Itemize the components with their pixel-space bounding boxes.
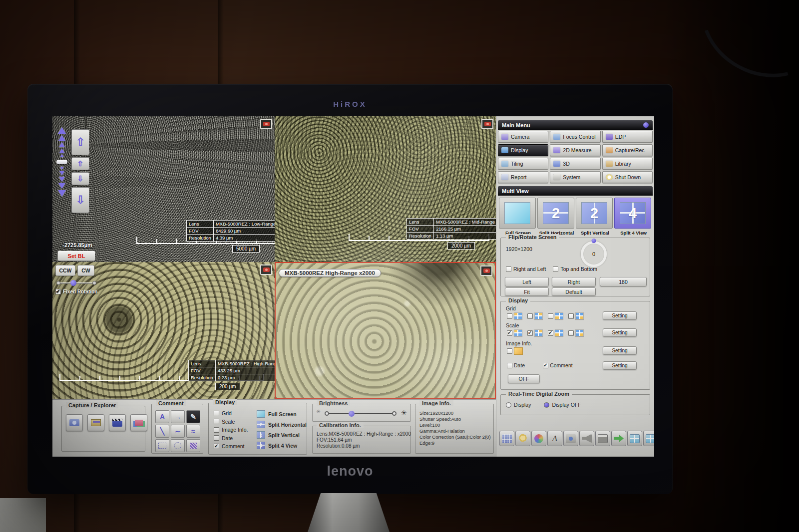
down-arrow-icon[interactable]	[59, 171, 64, 175]
menu-button-library[interactable]: Library	[602, 158, 653, 170]
scale-q2-checkbox[interactable]	[527, 330, 533, 336]
menu-button-report[interactable]: Report	[498, 171, 548, 183]
image-info-option[interactable]: Image Info.	[214, 427, 248, 433]
lamp-button[interactable]	[515, 431, 530, 446]
viewport-high-range-2000-selected[interactable]: MXB-5000REZ High-Range x2000	[275, 262, 496, 399]
down-arrow-icon[interactable]	[58, 190, 66, 197]
comment-freehand-button[interactable]: ∼	[171, 425, 185, 438]
grid-q4-checkbox[interactable]	[568, 313, 574, 319]
scale-option[interactable]: Scale	[214, 419, 248, 425]
jog-down-button[interactable]: ⇩	[71, 172, 89, 185]
comment-scribble-button[interactable]: ≈	[186, 425, 200, 438]
scale-q4-option[interactable]	[568, 329, 584, 336]
menu-button-shut-down[interactable]: Shut Down	[602, 171, 653, 183]
display-off-radio-option[interactable]: Display OFF	[544, 402, 581, 408]
split-vertical-view[interactable]: 2Split Vertical	[257, 431, 307, 439]
menu-button-edp[interactable]: EDP	[602, 131, 653, 143]
menu-button-camera[interactable]: Camera	[498, 131, 548, 143]
menu-orb-icon[interactable]	[643, 122, 649, 128]
image-info-checkbox[interactable]	[507, 348, 512, 354]
grid-q3-option[interactable]	[548, 312, 563, 319]
grid-q2-checkbox[interactable]	[527, 313, 533, 319]
jog-up-fast-button[interactable]: ⇧	[71, 129, 89, 155]
comment-line-button[interactable]: ╲	[155, 425, 169, 438]
comment-option[interactable]: Comment	[214, 443, 248, 449]
image-info-checkbox[interactable]	[214, 427, 219, 433]
menu-button-2d-measure[interactable]: 2D Measure	[550, 144, 600, 156]
menu-button-display[interactable]: Display	[498, 144, 548, 156]
text-annotation-button[interactable]: A	[547, 431, 562, 446]
menu-button-focus-control[interactable]: Focus Control	[550, 131, 600, 143]
scale-q1-option[interactable]	[507, 329, 522, 336]
comment-rect-button[interactable]	[155, 439, 169, 452]
keyboard-button[interactable]	[499, 431, 514, 446]
date-checkbox[interactable]	[507, 363, 512, 368]
full-screen-view[interactable]: Full Screen	[257, 410, 307, 418]
menu-button-3d[interactable]: 3D	[550, 158, 600, 170]
up-arrow-icon[interactable]	[59, 142, 65, 147]
comment-option[interactable]: Comment	[543, 362, 573, 368]
comment-arrow-button[interactable]: →	[171, 410, 185, 423]
scale-q1-checkbox[interactable]	[507, 330, 512, 336]
brightness-slider[interactable]	[327, 413, 395, 414]
grid-q4-option[interactable]	[568, 312, 584, 319]
comment-circle-button[interactable]	[171, 439, 185, 452]
split-4-view[interactable]: 4Split 4 View	[257, 442, 307, 449]
split-horizontal-view[interactable]: 2Split Horizontal	[257, 421, 307, 428]
flip-right-left-option[interactable]: Right and Left	[506, 266, 546, 272]
display-radio-option[interactable]: Display	[506, 402, 531, 408]
hand-capture-button[interactable]	[563, 431, 578, 446]
image-info-option[interactable]	[507, 347, 523, 355]
menu-button-capture-rec[interactable]: Capture/Rec	[602, 144, 653, 156]
capture-image-button[interactable]	[66, 414, 83, 431]
up-arrow-icon[interactable]	[58, 127, 66, 134]
rotation-dial[interactable]: 0	[581, 241, 607, 267]
announce-button[interactable]	[579, 431, 594, 446]
export-button[interactable]	[611, 431, 626, 446]
display-radio[interactable]	[506, 402, 511, 408]
grid-q2-option[interactable]	[527, 312, 543, 319]
display-off-radio[interactable]	[544, 402, 549, 408]
date-option[interactable]: Date	[507, 362, 525, 368]
date-option[interactable]: Date	[214, 435, 248, 441]
fixed-rotation-option[interactable]: Fixed Rotation	[55, 289, 97, 294]
menu-button-tiling[interactable]: Tiling	[498, 158, 548, 170]
window-grid-button[interactable]	[627, 431, 642, 446]
camera-capture-icon[interactable]	[260, 265, 272, 275]
record-movie-button[interactable]	[109, 414, 126, 431]
up-arrow-icon[interactable]	[58, 135, 65, 141]
split-4-view-button[interactable]: 4	[614, 198, 651, 229]
jog-up-button[interactable]: ⇧	[71, 157, 89, 170]
camera-capture-icon[interactable]	[480, 266, 492, 276]
image-info-setting-button[interactable]: Setting	[603, 346, 637, 355]
flip-top-bottom-option[interactable]: Top and Bottom	[553, 266, 597, 272]
rotate-left-button[interactable]: Left	[505, 277, 549, 286]
window-grid-2-button[interactable]	[643, 431, 654, 446]
rotate-right-button[interactable]: Right	[552, 277, 596, 286]
grid-setting-button[interactable]: Setting	[603, 311, 637, 320]
fit-button[interactable]: Fit	[505, 287, 549, 296]
z-slider-thumb[interactable]	[56, 160, 67, 164]
brightness-slider-knob[interactable]	[349, 411, 355, 417]
scale-q3-checkbox[interactable]	[548, 330, 553, 336]
rotate-180-button[interactable]: 180	[600, 277, 647, 286]
grid-q1-option[interactable]	[507, 312, 522, 319]
comment-stamp-button[interactable]	[186, 439, 200, 452]
scale-q4-checkbox[interactable]	[568, 330, 574, 336]
default-button[interactable]: Default	[552, 287, 596, 296]
palette-button[interactable]	[531, 431, 546, 446]
split-horizontal-button[interactable]: 2	[537, 198, 574, 229]
up-arrow-icon[interactable]	[59, 149, 64, 153]
grid-option[interactable]: Grid	[214, 410, 248, 416]
grid-q3-checkbox[interactable]	[548, 313, 553, 319]
jog-down-fast-button[interactable]: ⇩	[71, 187, 89, 213]
comment-text-button[interactable]: A	[155, 410, 169, 423]
date-checkbox[interactable]	[214, 435, 219, 441]
print-button[interactable]	[595, 431, 610, 446]
comment-note-button[interactable]: ✎	[186, 410, 200, 423]
down-arrow-icon[interactable]	[60, 167, 64, 170]
full-screen-button[interactable]	[499, 198, 536, 229]
down-arrow-icon[interactable]	[59, 177, 65, 182]
off-button[interactable]: OFF	[508, 374, 540, 383]
viewport-mid-range[interactable]: LensMXB-5000REZ : Mid-Range : x140 FOV21…	[275, 116, 496, 262]
